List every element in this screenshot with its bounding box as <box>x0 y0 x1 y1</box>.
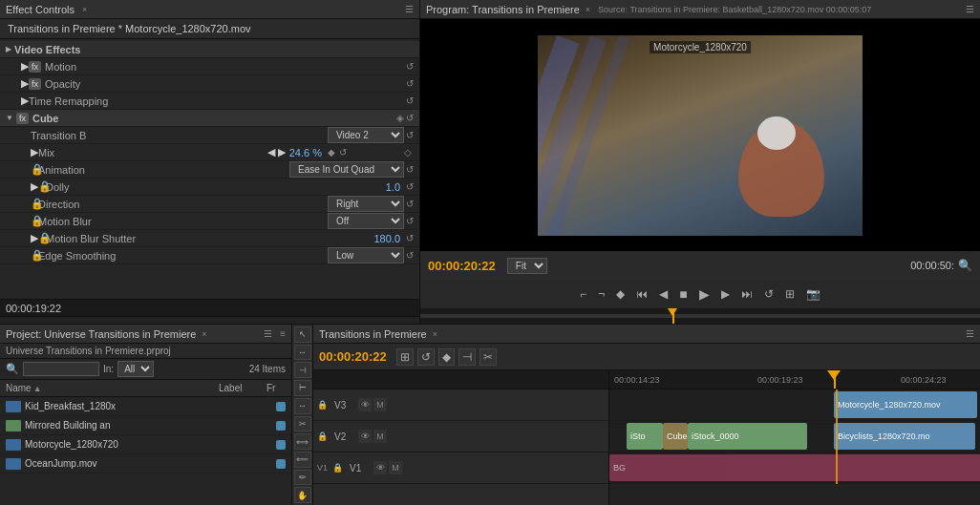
motion-blur-reset[interactable]: ↺ <box>406 216 414 226</box>
motion-reset[interactable]: ↺ <box>406 61 414 72</box>
clip-istock-left[interactable]: iSto <box>627 423 663 450</box>
clip-cube[interactable]: Cube <box>663 423 688 450</box>
clip-bg[interactable]: BG <box>609 454 980 481</box>
animation-dropdown[interactable]: Ease In Out Quad <box>289 161 404 178</box>
selection-tool[interactable]: ↖ <box>294 326 311 343</box>
ripple-tool[interactable]: ⊣ <box>294 362 311 378</box>
track-row-v2[interactable]: iSto Cube iStock_0000 Bicyclists_1280x72… <box>609 421 980 452</box>
fit-dropdown[interactable]: Fit <box>507 258 547 274</box>
v1-eye[interactable]: 👁 <box>373 461 387 474</box>
play-btn[interactable]: ▶ <box>695 284 714 304</box>
step-back-btn[interactable]: ◀ <box>655 285 671 303</box>
slide-tool[interactable]: ⟸ <box>294 452 311 468</box>
project-list-view[interactable]: ≡ <box>280 328 286 339</box>
time-remapping-row[interactable]: ▶ Time Remapping ↺ <box>0 93 419 110</box>
clip-motorcycle[interactable]: Motorcycle_1280x720.mov <box>834 391 977 418</box>
motion-row[interactable]: ▶ fx Motion ↺ <box>0 58 419 75</box>
tl-btn-1[interactable]: ⊞ <box>396 348 414 366</box>
bottom-row: Project: Universe Transitions in Premier… <box>0 325 980 505</box>
stop-btn[interactable]: ■ <box>675 284 691 304</box>
project-close[interactable]: × <box>202 329 206 339</box>
list-item[interactable]: Mirrored Building an <box>0 416 291 435</box>
dolly-value[interactable]: 1.0 <box>386 181 400 193</box>
dolly-reset[interactable]: ↺ <box>406 181 414 192</box>
opacity-row[interactable]: ▶ fx Opacity ↺ <box>0 75 419 93</box>
fast-fwd-btn[interactable]: ⏭ <box>737 285 756 303</box>
edge-smoothing-dropdown[interactable]: Low <box>328 247 404 263</box>
zoom-icon[interactable]: 🔍 <box>958 259 972 272</box>
mix-keyframe2[interactable]: ◇ <box>404 147 412 158</box>
timeline-menu[interactable]: ☰ <box>966 328 974 339</box>
tl-btn-5[interactable]: ✂ <box>479 348 497 366</box>
tl-btn-3[interactable]: ◆ <box>438 348 455 366</box>
mix-reset[interactable]: ↺ <box>339 147 347 158</box>
tl-btn-2[interactable]: ↺ <box>417 348 435 366</box>
mark-out-btn[interactable]: ¬ <box>594 285 608 303</box>
v3-lock[interactable]: 🔒 <box>317 400 328 410</box>
video-effects-section[interactable]: ▶ Video Effects <box>0 41 419 58</box>
loop-btn[interactable]: ↺ <box>760 285 778 303</box>
hand-tool[interactable]: ✋ <box>294 487 311 503</box>
list-item[interactable]: Motorcycle_1280x720 <box>0 435 291 454</box>
playhead-bar[interactable] <box>420 308 980 324</box>
add-marker-btn[interactable]: ◆ <box>612 285 628 303</box>
v3-mute[interactable]: M <box>373 398 387 411</box>
in-dropdown[interactable]: All <box>117 361 154 377</box>
program-monitor-close[interactable]: × <box>586 5 590 14</box>
razor-tool[interactable]: ✂ <box>294 416 311 432</box>
effect-controls-close[interactable]: × <box>82 5 87 14</box>
effect-controls-scrollbar[interactable] <box>0 316 419 324</box>
step-fwd-btn[interactable]: ▶ <box>717 285 734 303</box>
project-search-input[interactable] <box>23 362 99 376</box>
list-item[interactable]: OceanJump.mov <box>0 454 291 473</box>
item-icon <box>6 439 21 451</box>
monitor-controls: 00:00:20:22 Fit 00:00:50: 🔍 <box>420 251 980 280</box>
time-remapping-reset[interactable]: ↺ <box>406 95 414 106</box>
timeline-close[interactable]: × <box>433 329 437 339</box>
opacity-reset[interactable]: ↺ <box>406 78 414 89</box>
v2-mute[interactable]: M <box>373 430 387 443</box>
v1-lock[interactable]: 🔒 <box>332 463 343 473</box>
clip-istock2[interactable]: iStock_0000 <box>688 423 807 450</box>
v2-eye[interactable]: 👁 <box>358 430 372 443</box>
cube-reset[interactable]: ↺ <box>406 113 414 123</box>
direction-reset[interactable]: ↺ <box>406 199 414 209</box>
v3-eye[interactable]: 👁 <box>358 398 372 411</box>
monitor-timecode[interactable]: 00:00:20:22 <box>428 259 496 273</box>
track-row-v3[interactable]: Motorcycle_1280x720.mov <box>609 389 980 421</box>
rate-stretch-tool[interactable]: ↔ <box>294 398 311 414</box>
pen-tool[interactable]: ✏ <box>294 470 311 486</box>
tl-btn-4[interactable]: ⊣ <box>458 348 476 366</box>
mix-keyframe[interactable]: ◆ <box>328 147 335 158</box>
rolling-tool[interactable]: ⊢ <box>294 380 311 396</box>
safe-margins-btn[interactable]: ⊞ <box>781 285 799 303</box>
track-select-tool[interactable]: ↔ <box>294 345 311 361</box>
animation-reset[interactable]: ↺ <box>406 164 414 175</box>
list-item[interactable]: Kid_Breakfast_1280x <box>0 397 291 416</box>
direction-dropdown[interactable]: Right <box>328 196 404 212</box>
mbs-reset[interactable]: ↺ <box>406 233 414 243</box>
transition-b-reset[interactable]: ↺ <box>406 130 414 140</box>
timeline-timecode[interactable]: 00:00:20:22 <box>319 349 387 364</box>
mix-value[interactable]: 24.6 % <box>289 147 322 158</box>
slip-tool[interactable]: ⟺ <box>294 433 311 450</box>
clip-bicyclists[interactable]: Bicyclists_1280x720.mo <box>834 423 975 450</box>
timeline-ruler[interactable]: 00:00:14:23 00:00:19:23 00:00:24:23 00:0… <box>609 370 980 389</box>
export-frame-btn[interactable]: 📷 <box>802 285 824 303</box>
motion-blur-shutter-value[interactable]: 180.0 <box>373 233 400 244</box>
track-row-v1[interactable]: BG <box>609 452 980 484</box>
effect-controls-menu[interactable]: ☰ <box>405 4 414 14</box>
cube-section[interactable]: ▼ fx Cube ◈ ↺ <box>0 110 419 127</box>
v1-mute[interactable]: M <box>389 461 402 474</box>
project-menu[interactable]: ☰ <box>264 328 272 339</box>
edge-smoothing-reset[interactable]: ↺ <box>406 250 414 261</box>
v2-lock[interactable]: 🔒 <box>317 431 328 441</box>
sort-arrow[interactable]: ▲ <box>33 384 42 393</box>
mark-in-btn[interactable]: ⌐ <box>576 285 590 303</box>
program-monitor-menu[interactable]: ☰ <box>966 4 974 14</box>
transition-b-dropdown[interactable]: Video 2 <box>328 127 404 143</box>
motion-blur-dropdown[interactable]: Off <box>328 213 404 229</box>
cube-keyframe-toggle[interactable]: ◈ <box>396 113 404 123</box>
rewind-btn[interactable]: ⏮ <box>632 285 651 303</box>
mix-nav[interactable]: ◀ ▶ <box>267 146 286 158</box>
